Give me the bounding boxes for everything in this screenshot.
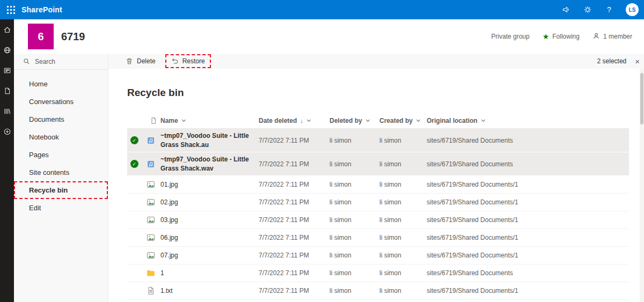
date-deleted: 7/7/2022 7:11 PM: [259, 269, 330, 277]
sidebar-item-site-contents[interactable]: Site contents: [14, 164, 108, 181]
table-row[interactable]: 07.jpg 7/7/2022 7:11 PM li simon li simo…: [127, 247, 629, 264]
date-deleted: 7/7/2022 7:11 PM: [259, 137, 330, 144]
account-avatar[interactable]: LS: [626, 3, 639, 16]
table-row[interactable]: 1.txt 7/7/2022 7:11 PM li simon li simon…: [127, 282, 629, 300]
following-label: Following: [552, 33, 580, 40]
deleted-by: li simon: [330, 234, 379, 241]
column-header-date-deleted[interactable]: Date deleted↓: [259, 117, 330, 124]
audio-file-icon: [147, 160, 155, 168]
table-row[interactable]: 1 7/7/2022 7:11 PM li simon li simon sit…: [127, 264, 629, 282]
table-row[interactable]: 02.jpg 7/7/2022 7:11 PM li simon li simo…: [127, 194, 629, 211]
created-by: li simon: [379, 137, 427, 144]
audio-file-icon: [147, 136, 155, 145]
app-name[interactable]: SharePoint: [21, 5, 62, 14]
site-title[interactable]: 6719: [61, 31, 85, 43]
document-icon[interactable]: [3, 87, 11, 95]
created-by: li simon: [379, 234, 427, 241]
scrollbar-thumb[interactable]: [640, 73, 643, 124]
file-name[interactable]: 02.jpg: [160, 196, 259, 209]
chevron-down-icon: [481, 117, 485, 121]
search-box[interactable]: [14, 54, 108, 70]
column-header-name[interactable]: Name: [160, 117, 259, 124]
table-row[interactable]: ~tmp97_Voodoo Suite - Little Grass Shack…: [127, 152, 629, 176]
main-content: Recycle bin NameDate deleted↓Deleted byC…: [108, 69, 640, 302]
sidebar-item-conversations[interactable]: Conversations: [14, 93, 108, 111]
image-file-icon: [147, 251, 155, 260]
megaphone-icon[interactable]: [561, 5, 571, 14]
restore-button[interactable]: Restore: [165, 54, 211, 68]
created-by: li simon: [379, 287, 427, 294]
file-name[interactable]: 06.jpg: [160, 231, 259, 245]
deleted-by: li simon: [330, 137, 379, 144]
delete-button[interactable]: Delete: [121, 55, 160, 68]
site-nav: HomeConversationsDocumentsNotebookPagesS…: [14, 54, 108, 302]
created-by: li simon: [379, 216, 427, 224]
command-bar: DeleteRestore 2 selected ×: [108, 54, 644, 69]
sidebar-item-notebook[interactable]: Notebook: [14, 128, 108, 146]
trash-icon: [126, 57, 133, 65]
selection-count: 2 selected: [597, 57, 627, 65]
help-icon[interactable]: ?: [604, 5, 614, 14]
members-link[interactable]: 1 member: [592, 32, 632, 41]
following-toggle[interactable]: ★ Following: [543, 33, 580, 40]
original-location: sites/6719/Shared Documents/1: [427, 216, 629, 224]
file-name[interactable]: 03.jpg: [160, 213, 259, 227]
command-actions: DeleteRestore: [121, 54, 211, 68]
created-by: li simon: [379, 181, 427, 188]
table-row[interactable]: 06.jpg 7/7/2022 7:11 PM li simon li simo…: [127, 229, 629, 247]
date-deleted: 7/7/2022 7:11 PM: [259, 234, 330, 241]
original-location: sites/6719/Shared Documents/1: [427, 252, 629, 259]
command-label: Delete: [137, 57, 156, 65]
home-icon[interactable]: [3, 26, 11, 34]
image-file-icon: [147, 180, 155, 189]
created-by: li simon: [379, 160, 427, 168]
sort-descending-icon: ↓: [300, 117, 303, 124]
globe-icon[interactable]: [3, 46, 11, 54]
selected-check-icon[interactable]: [130, 160, 138, 168]
file-name[interactable]: 07.jpg: [160, 249, 259, 262]
date-deleted: 7/7/2022 7:11 PM: [259, 181, 330, 188]
file-name[interactable]: 01.jpg: [160, 178, 259, 191]
image-file-icon: [147, 216, 155, 224]
library-icon[interactable]: [3, 107, 11, 115]
image-file-icon: [147, 198, 155, 207]
vertical-scrollbar[interactable]: [640, 69, 644, 302]
star-icon: ★: [543, 33, 550, 40]
recycle-bin-table: NameDate deleted↓Deleted byCreated byOri…: [127, 113, 629, 300]
date-deleted: 7/7/2022 7:11 PM: [259, 287, 330, 294]
table-row[interactable]: 03.jpg 7/7/2022 7:11 PM li simon li simo…: [127, 211, 629, 229]
restore-icon: [171, 57, 179, 65]
column-header-created-by[interactable]: Created by: [379, 117, 427, 124]
column-header-deleted-by[interactable]: Deleted by: [330, 117, 379, 124]
original-location: sites/6719/Shared Documents: [427, 137, 629, 144]
file-name[interactable]: 1.txt: [160, 284, 259, 298]
table-body: ~tmp07_Voodoo Suite - Little Grass Shack…: [127, 129, 629, 300]
page-title: Recycle bin: [127, 87, 629, 99]
sidebar-item-documents[interactable]: Documents: [14, 111, 108, 128]
original-location: sites/6719/Shared Documents/1: [427, 181, 629, 188]
file-name[interactable]: 1: [160, 267, 259, 280]
date-deleted: 7/7/2022 7:11 PM: [259, 216, 330, 224]
deleted-by: li simon: [330, 269, 379, 277]
selected-check-icon[interactable]: [130, 136, 138, 144]
add-circle-icon[interactable]: [3, 128, 11, 136]
table-row[interactable]: ~tmp07_Voodoo Suite - Little Grass Shack…: [127, 129, 629, 152]
sidebar-item-pages[interactable]: Pages: [14, 146, 108, 164]
file-name[interactable]: ~tmp07_Voodoo Suite - Little Grass Shack…: [160, 129, 259, 152]
search-input[interactable]: [35, 58, 99, 65]
clear-selection-button[interactable]: ×: [635, 57, 640, 65]
settings-gear-icon[interactable]: [583, 5, 592, 14]
file-name[interactable]: ~tmp97_Voodoo Suite - Little Grass Shack…: [160, 153, 259, 175]
table-header: NameDate deleted↓Deleted byCreated byOri…: [127, 113, 629, 129]
app-launcher-icon[interactable]: [0, 0, 21, 19]
image-file-icon: [147, 233, 155, 242]
site-logo[interactable]: 6: [28, 24, 54, 49]
news-icon[interactable]: [3, 67, 11, 75]
sidebar-item-edit[interactable]: Edit: [14, 199, 108, 217]
sidebar-item-recycle-bin[interactable]: Recycle bin: [14, 181, 108, 199]
chevron-down-icon: [416, 117, 420, 121]
sidebar-item-home[interactable]: Home: [14, 75, 108, 93]
column-header-original-location[interactable]: Original location: [427, 117, 629, 124]
table-row[interactable]: 01.jpg 7/7/2022 7:11 PM li simon li simo…: [127, 176, 629, 194]
date-deleted: 7/7/2022 7:11 PM: [259, 198, 330, 206]
